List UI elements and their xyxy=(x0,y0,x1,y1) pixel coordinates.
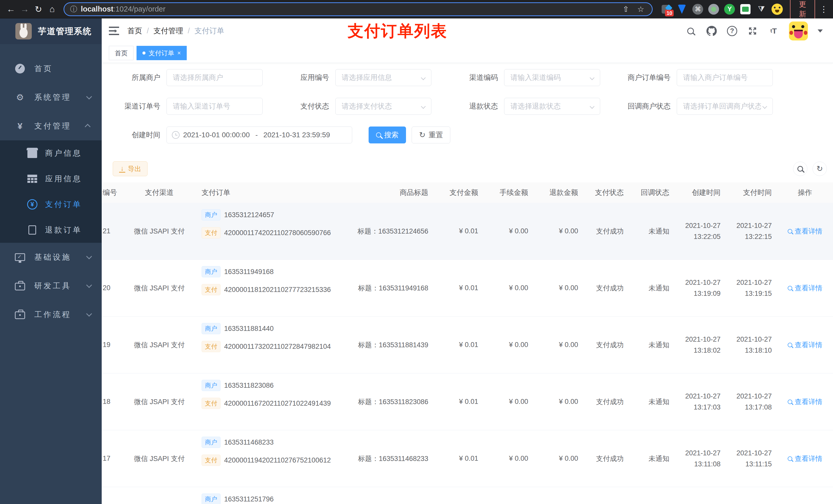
chevron-down-icon xyxy=(86,282,92,288)
page-content: 所属商户 请选择所属商户 应用编号 请选择应用信息 渠道编码 请输入渠道编码 商… xyxy=(102,63,833,504)
table-header-row: 编号 支付渠道 支付订单 商品标题 支付金额 手续金额 退款金额 支付状态 回调… xyxy=(102,182,833,203)
extension-y-icon[interactable]: Y xyxy=(724,4,735,15)
site-info-icon[interactable]: ⓘ xyxy=(70,4,77,14)
sidebar-item-pay[interactable]: ¥ 支付管理 xyxy=(0,112,102,140)
sidebar-item-merchant-info[interactable]: 商户信息 xyxy=(0,140,102,166)
chevron-down-icon xyxy=(421,104,426,109)
app-title: 芋道管理系统 xyxy=(38,26,92,37)
extensions-puzzle-icon[interactable]: ⧩ xyxy=(756,4,767,15)
channel-pay-no: 4200001174202110278060590766 xyxy=(224,229,331,237)
search-icon xyxy=(788,229,792,234)
browser-home-icon[interactable]: ⌂ xyxy=(46,2,58,16)
search-icon xyxy=(376,133,381,138)
search-button[interactable]: 搜索 xyxy=(368,126,406,143)
sidebar-item-workflow[interactable]: 工作流程 xyxy=(0,300,102,329)
table-row[interactable]: 19 微信 JSAPI 支付 商户1635311881440 支付4200001… xyxy=(102,316,833,374)
sidebar-item-system[interactable]: ⚙ 系统管理 xyxy=(0,83,102,112)
extension-chat-icon[interactable] xyxy=(740,4,751,15)
sidebar-item-home[interactable]: 首页 xyxy=(0,54,102,83)
order-id: 20 xyxy=(102,284,128,292)
browser-forward-icon[interactable]: → xyxy=(19,2,31,16)
view-detail-link[interactable]: 查看详情 xyxy=(788,397,823,406)
bookmark-star-icon[interactable]: ☆ xyxy=(635,5,646,14)
search-icon xyxy=(788,400,792,404)
fullscreen-icon[interactable] xyxy=(747,25,758,37)
avatar-caret-icon[interactable] xyxy=(818,29,823,35)
extensions-row: 10 ⌘ Y ⧩ xyxy=(660,4,783,15)
sidebar-item-infra[interactable]: 基础设施 xyxy=(0,243,102,271)
tab-home[interactable]: 首页 xyxy=(109,46,134,60)
sidebar-item-pay-order[interactable]: ¥ 支付订单 xyxy=(0,192,102,217)
sidebar-item-app-info[interactable]: 应用信息 xyxy=(0,166,102,192)
tags-view-bar: 首页 支付订单 × xyxy=(102,43,833,63)
refresh-table-button[interactable]: ↻ xyxy=(812,162,827,176)
pay-amount: ¥ 0.01 xyxy=(433,398,483,406)
pay-channel: 微信 JSAPI 支付 xyxy=(128,284,190,293)
fee-amount: ¥ 0.00 xyxy=(483,284,533,292)
col-notify-status: 回调状态 xyxy=(629,188,674,197)
view-detail-link[interactable]: 查看详情 xyxy=(788,340,823,350)
extension-gem-icon[interactable] xyxy=(676,4,688,15)
pay-status: 支付成功 xyxy=(583,340,629,350)
user-avatar[interactable] xyxy=(789,22,808,41)
pay-amount: ¥ 0.01 xyxy=(433,455,483,462)
create-time: 2021-10-2713:22:05 xyxy=(674,221,726,241)
create-time: 2021-10-2713:17:03 xyxy=(674,392,726,411)
sidebar-item-refund-order[interactable]: 退款订单 xyxy=(0,217,102,243)
browser-menu-icon[interactable]: ⋮ xyxy=(820,4,828,14)
tab-pay-order[interactable]: 支付订单 × xyxy=(137,46,187,60)
tab-close-icon[interactable]: × xyxy=(177,49,181,56)
extension-dot-icon[interactable] xyxy=(708,4,719,15)
merchant-tag: 商户 xyxy=(201,266,220,278)
pay-channel: 微信 JSAPI 支付 xyxy=(128,226,190,236)
profile-emoji-avatar[interactable] xyxy=(771,4,783,15)
export-button[interactable]: ↓ 导出 xyxy=(113,161,147,176)
notify-status: 未通知 xyxy=(629,397,674,406)
extension-blocks-icon[interactable]: 10 xyxy=(660,4,672,15)
channel-order-no-input[interactable]: 请输入渠道订单号 xyxy=(166,98,263,115)
actions-cell: 查看详情 xyxy=(777,284,833,293)
font-size-icon[interactable]: tT xyxy=(768,25,779,37)
view-detail-link[interactable]: 查看详情 xyxy=(788,454,823,463)
table-row[interactable]: 商户1635311251796 支付 查看详情 xyxy=(102,487,833,504)
refund-status-select[interactable]: 请选择退款状态 xyxy=(504,98,600,115)
extension-command-icon[interactable]: ⌘ xyxy=(692,4,704,15)
share-icon[interactable]: ⇧ xyxy=(620,5,632,14)
toggle-search-button[interactable] xyxy=(793,162,807,176)
search-icon xyxy=(798,166,803,172)
merchant-select[interactable]: 请选择所属商户 xyxy=(166,69,263,86)
browser-back-icon[interactable]: ← xyxy=(5,2,17,16)
reset-button[interactable]: ↻重置 xyxy=(412,126,450,143)
browser-reload-icon[interactable]: ↻ xyxy=(32,2,44,16)
github-icon[interactable] xyxy=(706,25,717,37)
breadcrumb-section[interactable]: 支付管理 xyxy=(153,26,183,36)
sidebar-item-devtools[interactable]: 研发工具 xyxy=(0,271,102,300)
sidebar-menu: 首页 ⚙ 系统管理 ¥ 支付管理 商户信息 应用信息 xyxy=(0,44,102,329)
chevron-down-icon xyxy=(762,104,767,109)
help-icon[interactable]: ? xyxy=(727,26,737,36)
table-row[interactable]: 18 微信 JSAPI 支付 商户1635311823086 支付4200001… xyxy=(102,374,833,430)
pay-tag: 支付 xyxy=(201,227,220,238)
search-icon[interactable] xyxy=(685,25,696,37)
hamburger-icon[interactable] xyxy=(109,27,119,35)
channel-pay-no: 4200001173202110272847982104 xyxy=(224,343,331,351)
table-toolbar: ↓ 导出 ↻ xyxy=(102,155,833,176)
col-title: 商品标题 xyxy=(344,188,433,197)
view-detail-link[interactable]: 查看详情 xyxy=(788,226,823,236)
merchant-order-no-input[interactable]: 请输入商户订单编号 xyxy=(677,69,773,86)
pay-order-cell: 商户1635311949168 支付4200001181202110277723… xyxy=(190,260,344,316)
merchant-order-no: 1635312124657 xyxy=(224,211,274,219)
create-time-range-input[interactable]: 2021-10-01 00:00:00 - 2021-10-31 23:59:5… xyxy=(166,126,352,143)
address-bar[interactable]: ⓘ localhost:1024/pay/order ⇧ ☆ xyxy=(64,2,653,16)
pay-status-select[interactable]: 请选择支付状态 xyxy=(335,98,431,115)
app-select[interactable]: 请选择应用信息 xyxy=(335,69,431,86)
breadcrumb-home[interactable]: 首页 xyxy=(127,26,142,36)
browser-update-button[interactable]: 更新 xyxy=(790,0,815,22)
notify-status-select[interactable]: 请选择订单回调商户状态 xyxy=(677,98,773,115)
goods-title: 标题：1635311823086 xyxy=(344,397,433,406)
channel-code-select[interactable]: 请输入渠道编码 xyxy=(504,69,600,86)
table-row[interactable]: 17 微信 JSAPI 支付 商户1635311468233 支付4200001… xyxy=(102,430,833,487)
table-row[interactable]: 21 微信 JSAPI 支付 商户1635312124657 支付4200001… xyxy=(102,203,833,260)
view-detail-link[interactable]: 查看详情 xyxy=(788,284,823,293)
table-row[interactable]: 20 微信 JSAPI 支付 商户1635311949168 支付4200001… xyxy=(102,260,833,316)
